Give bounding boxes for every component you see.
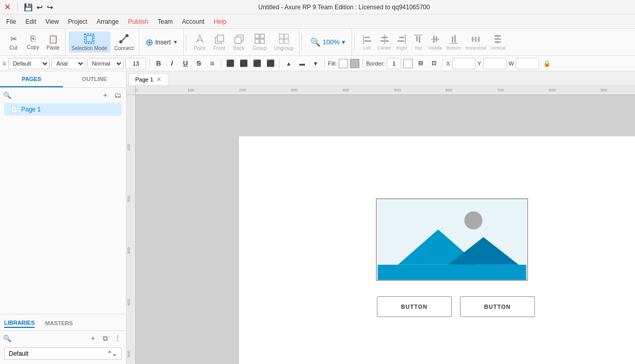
border-style-btn[interactable]: ⊟ xyxy=(415,58,426,69)
svg-rect-22 xyxy=(380,40,389,42)
add-folder-button[interactable]: 🗂 xyxy=(113,90,123,100)
library-dropdown[interactable]: Default ⌃⌄ xyxy=(4,347,122,360)
menu-team[interactable]: Team xyxy=(153,17,177,27)
menu-view[interactable]: View xyxy=(41,17,63,27)
libraries-tab[interactable]: LIBRARIES xyxy=(4,320,35,328)
font-size-input[interactable] xyxy=(125,58,146,69)
back-button[interactable]: Back xyxy=(230,31,248,53)
menu-edit[interactable]: Edit xyxy=(21,17,40,27)
add-page-button[interactable]: + xyxy=(100,90,110,100)
menu-account[interactable]: Account xyxy=(178,17,209,27)
svg-rect-42 xyxy=(495,41,501,43)
y-input[interactable] xyxy=(483,58,506,69)
valign-mid-button[interactable]: ▬ xyxy=(296,58,308,69)
canvas-wrapper[interactable]: 0 100 200 300 400 500 600 700 800 900 10… xyxy=(126,86,635,364)
toolbar-sep-1 xyxy=(186,34,186,51)
masters-tab[interactable]: MASTERS xyxy=(45,320,73,327)
y-label: Y xyxy=(478,60,481,67)
cut-button[interactable]: ✂ Cut xyxy=(4,33,23,52)
align-right-button[interactable]: Right xyxy=(393,33,410,52)
lib-add-button[interactable]: + xyxy=(88,333,98,343)
sidebar-search: 🔍 + 🗂 xyxy=(0,88,126,103)
align-text-justify-button[interactable]: ⬛ xyxy=(265,58,276,69)
paste-button[interactable]: 📋 Paste xyxy=(43,33,63,52)
lib-search-icon: 🔍 xyxy=(3,335,11,342)
point-button[interactable]: Point xyxy=(190,31,209,53)
valign-bot-button[interactable]: ▼ xyxy=(310,58,321,69)
connect-button[interactable]: Connect xyxy=(112,31,137,53)
ruler-h-tick-500: 500 xyxy=(394,88,401,92)
menu-project[interactable]: Project xyxy=(64,17,91,27)
border-width-input[interactable] xyxy=(387,58,401,69)
ruler-h-tick-800: 800 xyxy=(549,88,555,92)
image-widget[interactable] xyxy=(376,198,528,281)
menu-file[interactable]: File xyxy=(2,17,20,27)
lib-duplicate-button[interactable]: ⧉ xyxy=(100,333,110,343)
align-text-left-button[interactable]: ⬛ xyxy=(225,58,236,69)
ruler-h-tick-900: 900 xyxy=(600,88,607,92)
outline-tab[interactable]: OUTLINE xyxy=(63,71,126,87)
w-input[interactable] xyxy=(516,58,539,69)
font-select[interactable]: Arial xyxy=(52,58,85,69)
selection-mode-icon xyxy=(84,33,95,44)
size-select[interactable]: Normal xyxy=(87,58,123,69)
menu-arrange[interactable]: Arrange xyxy=(92,17,123,27)
close-tab-button[interactable]: ✕ xyxy=(156,76,162,83)
fill-color-box-alt[interactable] xyxy=(350,59,359,68)
border-sides-btn[interactable]: ⊡ xyxy=(428,58,439,69)
align-top-button[interactable]: Top xyxy=(410,33,426,52)
align-text-center-button[interactable]: ⬛ xyxy=(238,58,249,69)
canvas-button-2[interactable]: BUTTON xyxy=(460,296,535,317)
ungroup-button[interactable]: Ungroup xyxy=(271,31,296,53)
format-sep-5 xyxy=(362,58,363,69)
italic-button[interactable]: I xyxy=(166,58,178,69)
lock-proportions-btn[interactable]: 🔒 xyxy=(541,58,552,69)
selection-mode-button[interactable]: Selection Mode xyxy=(69,31,110,53)
align-text-right-button[interactable]: ⬛ xyxy=(251,58,263,69)
style-select[interactable]: Default xyxy=(8,58,50,69)
menu-help[interactable]: Help xyxy=(210,17,231,27)
x-input[interactable] xyxy=(452,58,475,69)
bold-button[interactable]: B xyxy=(153,58,164,69)
front-button[interactable]: Front xyxy=(210,31,229,53)
strikethrough-button[interactable]: S xyxy=(193,58,204,69)
canvas-tab-page1[interactable]: Page 1 ✕ xyxy=(129,73,168,85)
image-placeholder-svg xyxy=(377,199,527,280)
copy-button[interactable]: ⎘ Copy xyxy=(24,33,42,52)
undo-icon[interactable]: ↩ xyxy=(37,3,43,11)
align-bottom-button[interactable]: Bottom xyxy=(444,33,464,52)
lib-menu-button[interactable]: ⋮ xyxy=(113,333,123,343)
valign-top-button[interactable]: ▲ xyxy=(283,58,294,69)
fill-color-box[interactable] xyxy=(339,59,348,68)
menu-publish[interactable]: Publish xyxy=(124,17,152,27)
zoom-control[interactable]: 🔍 100% ▾ xyxy=(306,37,350,47)
align-center-button[interactable]: Center xyxy=(375,33,393,52)
list-button[interactable]: ≡ xyxy=(207,58,218,69)
lib-search-input[interactable] xyxy=(13,335,44,341)
group-button[interactable]: Group xyxy=(249,31,270,53)
pages-search-input[interactable] xyxy=(13,92,98,98)
svg-rect-14 xyxy=(284,34,289,38)
distribute-horizontal-button[interactable]: Horizontal xyxy=(463,33,488,52)
format-toolbar: ≡ Default Arial Normal B I U S ≡ ⬛ ⬛ ⬛ ⬛… xyxy=(0,56,635,71)
underline-button[interactable]: U xyxy=(180,58,191,69)
svg-rect-33 xyxy=(452,37,453,42)
connect-label: Connect xyxy=(115,45,134,51)
insert-button[interactable]: ⊕ Insert ▼ xyxy=(142,35,181,50)
border-color-box[interactable] xyxy=(403,59,412,68)
canvas-button-1[interactable]: BUTTON xyxy=(377,296,452,317)
front-label: Front xyxy=(213,45,225,51)
save-icon[interactable]: 💾 xyxy=(24,3,33,11)
svg-rect-10 xyxy=(260,34,264,38)
canvas-page: BUTTON BUTTON xyxy=(239,136,635,364)
align-middle-button[interactable]: Middle xyxy=(426,33,444,52)
zoom-icon: 🔍 xyxy=(310,37,321,47)
align-top-label: Top xyxy=(415,45,422,51)
pages-tab[interactable]: PAGES xyxy=(0,71,63,87)
page-item-page1[interactable]: 📄 Page 1 xyxy=(4,103,122,116)
redo-icon[interactable]: ↪ xyxy=(47,3,53,11)
arrange-group: Point Front Back Group xyxy=(188,29,299,55)
distribute-vertical-button[interactable]: Vertical xyxy=(488,33,508,52)
align-left-icon xyxy=(362,34,372,45)
align-left-button[interactable]: Left xyxy=(359,33,375,52)
